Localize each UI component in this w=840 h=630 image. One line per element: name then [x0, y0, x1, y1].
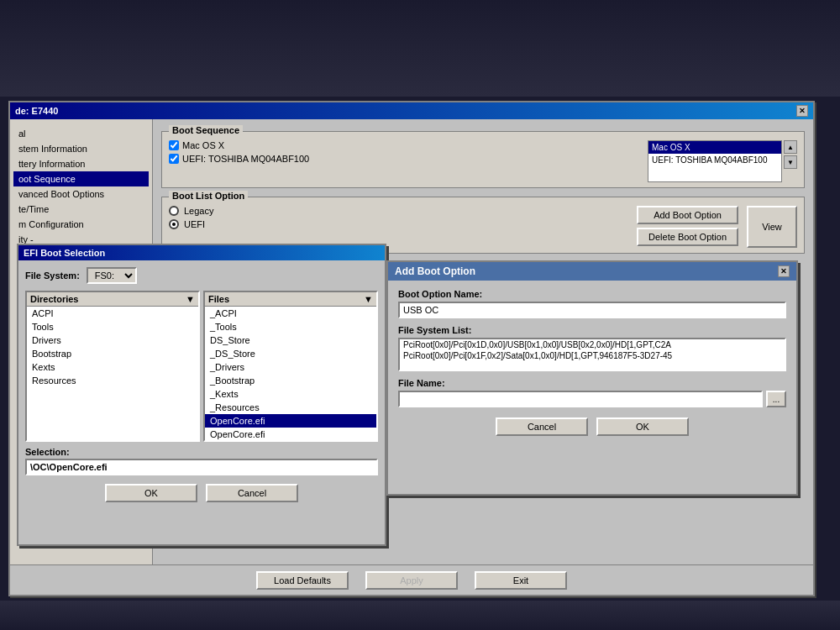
file-item-tools[interactable]: _Tools	[205, 320, 376, 333]
add-boot-cancel-button[interactable]: Cancel	[496, 417, 588, 436]
add-boot-title-label: Add Boot Option	[395, 265, 475, 277]
files-header: Files ▼	[205, 292, 376, 307]
boot-option-name-input[interactable]	[398, 302, 786, 318]
dir-item-drivers[interactable]: Drivers	[27, 333, 198, 347]
radio-group: Legacy UEFI	[169, 206, 628, 233]
add-boot-dialog-buttons: Cancel OK	[398, 417, 786, 436]
boot-item-macos-label: Mac OS X	[182, 140, 224, 150]
boot-item-macos-checkbox[interactable]	[169, 140, 179, 150]
dir-item-acpi[interactable]: ACPI	[27, 307, 198, 320]
directories-filter-icon: ▼	[186, 294, 195, 304]
add-boot-content: Boot Option Name: File System List: PciR…	[388, 281, 796, 444]
efi-boot-selection-dialog: EFI Boot Selection File System: FS0: Dir…	[17, 244, 386, 546]
load-defaults-button[interactable]: Load Defaults	[256, 571, 349, 590]
filename-row: ...	[398, 391, 786, 407]
boot-list-title: Boot List Option	[169, 191, 248, 201]
browse-button[interactable]: ...	[766, 391, 786, 407]
filesystem-select[interactable]: FS0:	[87, 267, 137, 284]
dir-item-resources[interactable]: Resources	[27, 374, 198, 387]
file-item-opencore-efi[interactable]: OpenCore.efi	[205, 414, 376, 428]
efi-dialog-content: File System: FS0: Directories ▼ ACPI Too…	[18, 260, 385, 509]
directories-header: Directories ▼	[27, 292, 198, 307]
file-system-list-label: File System List:	[398, 325, 786, 335]
sidebar-item-al[interactable]: al	[13, 126, 149, 141]
view-button[interactable]: View	[747, 206, 797, 248]
file-item-acpi[interactable]: _ACPI	[205, 307, 376, 320]
radio-uefi-label: UEFI	[184, 219, 205, 229]
boot-scroll-macos[interactable]: Mac OS X	[648, 141, 781, 154]
radio-uefi-dot[interactable]	[169, 219, 179, 229]
add-boot-titlebar: Add Boot Option ✕	[388, 262, 796, 281]
fs-list-item-1[interactable]: PciRoot[0x0]/Pci[0x1D,0x0]/USB[0x1,0x0]/…	[400, 339, 785, 350]
file-item-bootstrap[interactable]: _Bootstrap	[205, 374, 376, 387]
scroll-buttons: ▲ ▼	[784, 140, 797, 169]
file-browser: Directories ▼ ACPI Tools Drivers Bootstr…	[25, 291, 378, 442]
efi-dialog-buttons: OK Cancel	[25, 484, 378, 502]
sidebar-item-system-config[interactable]: m Configuration	[13, 217, 149, 232]
boot-item-toshiba: UEFI: TOSHIBA MQ04ABF100	[169, 154, 639, 164]
dir-item-kexts[interactable]: Kexts	[27, 360, 198, 374]
add-boot-close-btn[interactable]: ✕	[778, 265, 790, 277]
scroll-down-btn[interactable]: ▼	[784, 155, 797, 169]
efi-dialog-titlebar: EFI Boot Selection	[18, 245, 385, 260]
dir-item-bootstrap[interactable]: Bootstrap	[27, 347, 198, 360]
file-name-input[interactable]	[398, 391, 763, 407]
boot-list-area: Legacy UEFI Add Boot Option Delete Boot …	[169, 206, 797, 248]
boot-item-toshiba-label: UEFI: TOSHIBA MQ04ABF100	[182, 154, 309, 164]
add-boot-ok-button[interactable]: OK	[596, 417, 689, 436]
sidebar-item-boot-sequence[interactable]: oot Sequence	[13, 171, 149, 186]
selection-value: \OC\OpenCore.efi	[25, 459, 378, 475]
radio-legacy: Legacy	[169, 206, 628, 216]
add-boot-option-dialog: Add Boot Option ✕ Boot Option Name: File…	[386, 260, 798, 496]
exit-button[interactable]: Exit	[475, 571, 567, 590]
boot-item-toshiba-checkbox[interactable]	[169, 154, 179, 164]
main-window-titlebar: de: E7440 ✕	[10, 102, 813, 119]
boot-sequence-title: Boot Sequence	[169, 125, 243, 135]
radio-legacy-dot[interactable]	[169, 206, 179, 216]
sidebar-item-battery[interactable]: ttery Information	[13, 156, 149, 171]
delete-boot-option-button[interactable]: Delete Boot Option	[637, 228, 738, 246]
boot-sequence-area: Mac OS X UEFI: TOSHIBA MQ04ABF100 Mac OS…	[169, 140, 797, 182]
file-item-opencore-efi2[interactable]: OpenCore.efi	[205, 428, 376, 441]
add-boot-option-button[interactable]: Add Boot Option	[637, 206, 738, 224]
radio-uefi: UEFI	[169, 219, 628, 229]
apply-button[interactable]: Apply	[365, 571, 458, 590]
selection-label: Selection:	[25, 447, 378, 457]
main-window-close[interactable]: ✕	[796, 105, 808, 117]
boot-scroll-list: Mac OS X UEFI: TOSHIBA MQ04ABF100	[648, 140, 782, 182]
bottom-bar: Load Defaults Apply Exit	[10, 564, 813, 595]
file-item-dsstore[interactable]: DS_Store	[205, 333, 376, 347]
dir-item-tools[interactable]: Tools	[27, 320, 198, 333]
scroll-up-btn[interactable]: ▲	[784, 140, 797, 154]
file-item-drivers[interactable]: _Drivers	[205, 360, 376, 374]
radio-legacy-label: Legacy	[184, 206, 213, 216]
selection-row: Selection: \OC\OpenCore.efi	[25, 447, 378, 475]
laptop-top	[0, 0, 840, 97]
boot-item-macos: Mac OS X	[169, 140, 639, 150]
directories-header-label: Directories	[30, 294, 78, 304]
laptop-bottom	[0, 601, 840, 630]
fs-list-item-2[interactable]: PciRoot[0x0]/Pci[0x1F,0x2]/Sata[0x1,0x0]…	[400, 350, 785, 361]
boot-items-list: Mac OS X UEFI: TOSHIBA MQ04ABF100	[169, 140, 639, 182]
efi-dialog-title: EFI Boot Selection	[24, 248, 105, 258]
efi-cancel-button[interactable]: Cancel	[206, 484, 298, 502]
file-item-kexts[interactable]: _Kexts	[205, 387, 376, 401]
files-filter-icon: ▼	[364, 294, 373, 304]
file-system-list: PciRoot[0x0]/Pci[0x1D,0x0]/USB[0x1,0x0]/…	[398, 338, 786, 371]
sidebar-item-system-info[interactable]: stem Information	[13, 141, 149, 156]
boot-sequence-group: Boot Sequence Mac OS X UEFI: TOSHIBA MQ0…	[161, 131, 805, 188]
main-window-title: de: E7440	[15, 106, 58, 116]
files-panel: Files ▼ _ACPI _Tools DS_Store _DS_Store …	[203, 291, 378, 442]
file-item-resources[interactable]: _Resources	[205, 401, 376, 414]
boot-scroll-toshiba[interactable]: UEFI: TOSHIBA MQ04ABF100	[648, 154, 781, 166]
file-name-label: File Name:	[398, 378, 786, 388]
sidebar-item-advanced-boot[interactable]: vanced Boot Options	[13, 186, 149, 202]
boot-option-name-label: Boot Option Name:	[398, 289, 786, 299]
file-item-dsstore2[interactable]: _DS_Store	[205, 347, 376, 360]
filesystem-row: File System: FS0:	[25, 267, 378, 284]
files-header-label: Files	[208, 294, 229, 304]
filesystem-label: File System:	[25, 270, 80, 281]
sidebar-item-datetime[interactable]: te/Time	[13, 202, 149, 217]
efi-ok-button[interactable]: OK	[105, 484, 197, 502]
boot-scroll-area: Mac OS X UEFI: TOSHIBA MQ04ABF100 ▲ ▼	[648, 140, 797, 182]
